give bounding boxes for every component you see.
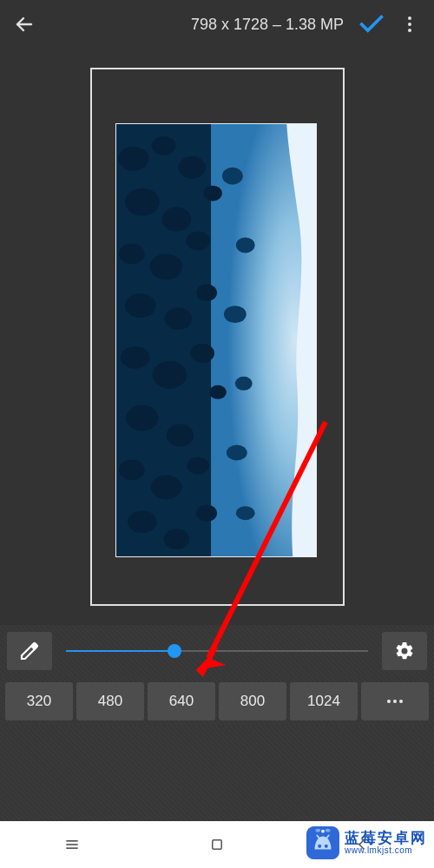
crop-frame[interactable] [90,68,345,606]
watermark: 蓝莓安卓网 www.lmkjst.com [306,826,427,859]
preset-800[interactable]: 800 [219,682,286,720]
svg-point-51 [321,830,325,833]
svg-point-24 [187,457,209,474]
slider-thumb[interactable] [168,644,181,658]
svg-point-33 [234,377,252,391]
svg-point-23 [150,475,181,499]
svg-point-22 [118,459,144,480]
svg-point-30 [221,168,242,185]
svg-point-2 [408,23,411,26]
svg-point-29 [209,385,227,399]
arrow-left-icon [14,14,35,35]
svg-point-35 [235,506,254,520]
svg-point-3 [408,29,411,32]
preset-480[interactable]: 480 [76,682,144,720]
svg-rect-45 [213,840,222,850]
svg-point-18 [152,361,187,389]
svg-point-25 [127,510,156,533]
svg-point-48 [325,845,328,848]
checkmark-icon [357,10,386,39]
overflow-menu-button[interactable] [392,7,427,42]
size-presets-row: 320 480 640 800 1024 [0,677,434,726]
settings-button[interactable] [382,632,427,670]
top-app-bar: 798 x 1728 – 1.38 MP [0,0,434,49]
svg-point-15 [164,307,192,330]
back-button[interactable] [7,7,42,42]
svg-point-41 [399,700,403,703]
system-nav-bar: 蓝莓安卓网 www.lmkjst.com [0,821,434,868]
svg-point-8 [178,156,206,179]
svg-point-19 [190,344,214,363]
svg-point-1 [408,16,411,20]
menu-icon [63,836,81,853]
svg-point-16 [196,284,217,301]
watermark-text: 蓝莓安卓网 www.lmkjst.com [345,831,427,855]
watermark-logo-icon [306,826,339,859]
nav-recent-button[interactable] [46,834,98,855]
image-canvas [0,49,434,625]
svg-point-40 [393,700,397,703]
image-preview [115,123,317,557]
svg-point-27 [196,504,217,522]
square-icon [209,837,225,852]
svg-point-21 [166,424,194,447]
svg-point-20 [125,405,158,431]
svg-point-34 [226,445,247,461]
svg-point-9 [124,188,159,216]
confirm-button[interactable] [351,7,392,42]
svg-point-53 [326,829,331,832]
slider-fill [66,650,174,652]
svg-point-28 [203,186,222,201]
watermark-url: www.lmkjst.com [345,845,427,855]
svg-point-13 [186,232,210,251]
preset-320[interactable]: 320 [5,682,73,720]
svg-point-14 [124,293,155,318]
nav-home-button[interactable] [191,834,243,855]
svg-point-7 [151,136,175,155]
svg-point-17 [120,346,149,369]
resize-slider[interactable] [52,634,382,668]
svg-point-32 [223,306,246,323]
empty-area [0,726,434,821]
edit-icon [19,641,40,661]
svg-point-39 [387,700,391,703]
more-presets-button[interactable] [361,682,429,720]
gear-icon [394,641,415,661]
slider-track [66,650,368,652]
svg-point-52 [315,829,320,832]
edit-button[interactable] [7,632,52,670]
svg-point-6 [117,147,148,171]
watermark-title: 蓝莓安卓网 [345,831,427,845]
svg-point-26 [163,529,189,549]
preset-1024[interactable]: 1024 [290,682,358,720]
resize-slider-row [0,625,434,677]
preset-640[interactable]: 640 [148,682,215,720]
more-vert-icon [399,14,420,35]
svg-point-10 [161,207,191,232]
svg-point-12 [149,253,182,279]
svg-point-31 [235,237,254,253]
svg-point-47 [318,845,321,848]
image-dimensions-label: 798 x 1728 – 1.38 MP [191,16,344,34]
more-horiz-icon [385,691,405,712]
svg-point-11 [118,243,144,264]
